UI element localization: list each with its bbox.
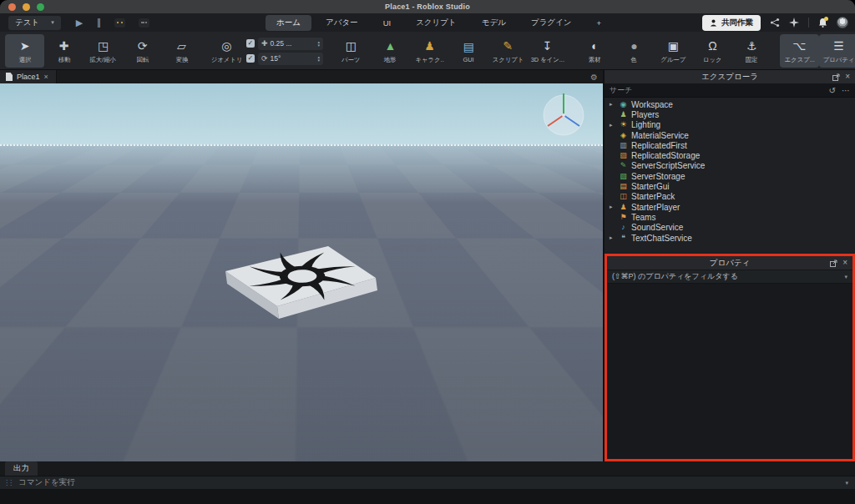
ribbon-button[interactable]: ♟ キャラク.. xyxy=(410,34,449,68)
explorer-tree-item[interactable]: ▸ ♟ Players xyxy=(605,109,855,119)
ribbon-button[interactable]: ◐ 素材 xyxy=(575,34,615,68)
explorer-tree-item[interactable]: ▸ ◫ StarterPack xyxy=(605,192,855,202)
ribbon-tab[interactable]: アバター xyxy=(315,15,369,31)
explorer-tree-item[interactable]: ▸ ♪ SoundService xyxy=(605,223,855,233)
ribbon-button[interactable]: ⟳ 回転 xyxy=(123,34,162,68)
move-snap-value: 0.25 ... xyxy=(270,39,315,48)
ribbon-button-label: 色 xyxy=(631,55,637,63)
move-snap-field[interactable]: ✚ 0.25 ... ▴▾ xyxy=(258,38,323,50)
explorer-tree-item[interactable]: ▸ ♟ StarterPlayer xyxy=(605,202,855,212)
expand-arrow-icon[interactable]: ▸ xyxy=(610,101,615,108)
expand-arrow-icon[interactable]: ▸ xyxy=(610,122,615,129)
move-snap-checkbox[interactable]: ✓ xyxy=(246,39,255,48)
chevron-down-icon[interactable]: ▾ xyxy=(845,480,848,486)
docked-panels: エクスプローラ × サーチ ↺ ⋯ ▸ ◉ Workspace xyxy=(603,70,855,461)
service-name: MaterialService xyxy=(631,131,689,140)
pause-button[interactable]: ║ xyxy=(96,18,100,27)
properties-filter-input[interactable]: (⇧⌘P) のプロパティをフィルタする ▾ xyxy=(607,270,852,284)
ribbon-button[interactable]: ▣ グループ xyxy=(654,34,693,68)
service-name: SoundService xyxy=(631,223,683,232)
explorer-panel: エクスプローラ × サーチ ↺ ⋯ ▸ ◉ Workspace xyxy=(605,70,855,254)
ribbon-button-label: 地形 xyxy=(384,55,397,63)
play-button[interactable]: ▶ xyxy=(76,18,83,28)
explorer-tree-item[interactable]: ▸ ◈ MaterialService xyxy=(605,130,855,140)
stepper-arrows[interactable]: ▴▾ xyxy=(317,40,320,47)
ribbon-tab[interactable]: + xyxy=(586,16,613,30)
expand-arrow-icon[interactable]: ▸ xyxy=(610,234,615,241)
collaborate-button[interactable]: 共同作業 xyxy=(702,15,761,31)
explorer-tree-item[interactable]: ▸ ⚑ Teams xyxy=(605,212,855,222)
ribbon-button[interactable]: Ω ロック xyxy=(693,34,732,68)
ribbon-button[interactable]: ▲ 地形 xyxy=(371,34,410,68)
rotate-snap-checkbox[interactable]: ✓ xyxy=(246,54,255,63)
view-orientation-gizmo[interactable] xyxy=(539,88,588,140)
person-icon xyxy=(710,19,717,27)
clients-button[interactable] xyxy=(114,18,125,28)
explorer-tree-item[interactable]: ▸ ▥ ReplicatedFirst xyxy=(605,140,855,150)
explorer-tree-item[interactable]: ▸ ▤ StarterGui xyxy=(605,181,855,191)
properties-empty-body xyxy=(607,284,852,459)
float-panel-icon[interactable] xyxy=(830,260,837,267)
explorer-search[interactable]: サーチ ↺ ⋯ xyxy=(605,84,855,98)
rotate-snap-field[interactable]: ⟳ 15° ▴▾ xyxy=(258,53,323,65)
ribbon-button[interactable]: ✎ スクリプト xyxy=(488,34,528,68)
account-avatar[interactable] xyxy=(837,17,848,28)
service-icon: ☀ xyxy=(619,120,628,129)
explorer-tree-item[interactable]: ▸ ◉ Workspace xyxy=(605,99,855,109)
geometry-button[interactable]: ◎ ジオメトリ xyxy=(210,34,244,68)
filter-placeholder: (⇧⌘P) のプロパティをフィルタする xyxy=(612,271,844,282)
output-tab[interactable]: 出力 xyxy=(5,461,38,476)
share-icon[interactable] xyxy=(770,18,780,28)
viewport-settings-gear-icon[interactable]: ⚙ xyxy=(590,73,598,82)
close-panel-icon[interactable]: × xyxy=(845,73,850,81)
status-bar xyxy=(0,489,855,504)
place-tab[interactable]: Place1 × xyxy=(0,70,57,83)
search-history-icon[interactable]: ↺ xyxy=(829,86,836,95)
drag-handle-icon[interactable]: ⋮⋮ xyxy=(3,479,12,486)
explorer-tree-item[interactable]: ▸ ▧ ServerStorage xyxy=(605,171,855,181)
ribbon-tab[interactable]: スクリプト xyxy=(405,15,468,31)
properties-panel-title: プロパティ xyxy=(607,258,852,269)
ribbon-button[interactable]: ☰ プロパティ xyxy=(819,34,855,68)
snap-settings: ✓ ✚ 0.25 ... ▴▾ ✓ ⟳ 15° ▴▾ xyxy=(246,34,323,68)
stop-button[interactable] xyxy=(139,18,149,28)
part-with-decal[interactable] xyxy=(209,242,392,334)
service-icon: ◈ xyxy=(619,131,628,140)
ribbon-tab[interactable]: プラグイン xyxy=(520,15,583,31)
explorer-tree-item[interactable]: ▸ ▨ ReplicatedStorage xyxy=(605,150,855,160)
expand-arrow-icon[interactable]: ▸ xyxy=(610,204,615,210)
close-tab-icon[interactable]: × xyxy=(44,73,48,81)
ribbon-button[interactable]: ● 色 xyxy=(615,34,654,68)
explorer-tree-item[interactable]: ▸ ❝ TextChatService xyxy=(605,233,855,243)
search-options-icon[interactable]: ⋯ xyxy=(842,86,850,95)
ribbon-button[interactable]: ⌥ エクスプ... xyxy=(780,34,819,68)
baseplate-grid[interactable] xyxy=(0,83,603,146)
ribbon-button[interactable]: ▤ GUI xyxy=(449,34,488,68)
chevron-down-icon: ▾ xyxy=(51,19,54,26)
explorer-tree-item[interactable]: ▸ ✎ ServerScriptService xyxy=(605,161,855,171)
ribbon-button[interactable]: ↧ 3D をイン... xyxy=(528,34,567,68)
test-mode-dropdown[interactable]: テスト ▾ xyxy=(8,16,61,30)
ribbon-button[interactable]: ✚ 移動 xyxy=(44,34,83,68)
window-title: Place1 - Roblox Studio xyxy=(0,3,855,11)
explorer-tree-item[interactable]: ▸ ☀ Lighting xyxy=(605,120,855,130)
ribbon-tab[interactable]: ホーム xyxy=(266,15,311,31)
stepper-arrows[interactable]: ▴▾ xyxy=(317,55,320,62)
ribbon-button-icon: ↧ xyxy=(543,40,553,53)
float-panel-icon[interactable] xyxy=(832,73,840,81)
place-tab-label: Place1 xyxy=(17,73,40,81)
notifications-button[interactable] xyxy=(818,18,827,28)
assistant-sparkle-icon[interactable] xyxy=(789,18,799,28)
ribbon-button-icon: ◐ xyxy=(591,40,598,53)
ribbon-button[interactable]: ◫ パーツ xyxy=(331,34,371,68)
ribbon-tab[interactable]: UI xyxy=(372,16,402,30)
3d-viewport[interactable] xyxy=(0,83,603,461)
ribbon-button[interactable]: ⚓ 固定 xyxy=(732,34,772,68)
ribbon-button[interactable]: ▱ 変換 xyxy=(162,34,201,68)
close-panel-icon[interactable]: × xyxy=(842,259,847,267)
ribbon-button[interactable]: ➤ 選択 xyxy=(5,34,44,68)
ribbon-button[interactable]: ◳ 拡大/縮小 xyxy=(83,34,123,68)
command-bar[interactable]: ⋮⋮ コマンドを実行 ▾ xyxy=(0,476,855,489)
ribbon-tab[interactable]: モデル xyxy=(471,15,517,31)
roblox-studio-window: Place1 - Roblox Studio テスト ▾ ▶ ║ ホームアバター… xyxy=(0,0,855,504)
